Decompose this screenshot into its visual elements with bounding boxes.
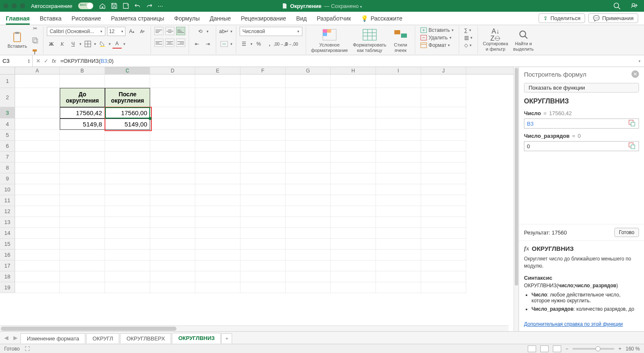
page-layout-view-icon[interactable]: [540, 345, 549, 352]
show-all-functions-button[interactable]: Показать все функции: [524, 83, 639, 93]
window-controls[interactable]: [3, 3, 25, 8]
row-header-4[interactable]: 4: [0, 119, 15, 130]
comments-button[interactable]: 💬Примечания: [588, 13, 638, 23]
more-help-link[interactable]: Дополнительная справка по этой функции: [519, 319, 644, 331]
align-bottom-icon[interactable]: [176, 27, 185, 35]
normal-view-icon[interactable]: [528, 345, 536, 352]
conditional-formatting-button[interactable]: Условноеформатирование: [309, 27, 350, 52]
name-box[interactable]: C3▴▾: [0, 55, 33, 67]
find-select-button[interactable]: Найти ивыделить: [511, 28, 535, 51]
indent-increase-icon[interactable]: ⇥: [203, 39, 212, 49]
row-header-19[interactable]: 19: [0, 282, 15, 293]
cell-B3[interactable]: 17560,42: [60, 107, 105, 119]
merge-icon[interactable]: [220, 39, 229, 49]
save-as-icon[interactable]: [123, 3, 129, 9]
accessibility-icon[interactable]: ⛶: [25, 346, 30, 352]
tab-formulas[interactable]: Формулы: [174, 13, 200, 24]
row-header-13[interactable]: 13: [0, 217, 15, 228]
col-header-A[interactable]: A: [15, 67, 60, 74]
add-sheet-button[interactable]: +: [221, 333, 232, 343]
fx-icon[interactable]: fx: [52, 58, 56, 64]
row-header-16[interactable]: 16: [0, 250, 15, 260]
align-center-icon[interactable]: [165, 39, 174, 47]
home-icon[interactable]: [99, 3, 106, 9]
bold-button[interactable]: Ж: [47, 39, 56, 49]
delete-cells-button[interactable]: Удалить ▾: [419, 34, 453, 41]
row-header-15[interactable]: 15: [0, 239, 15, 250]
insert-cells-button[interactable]: Вставить ▾: [419, 27, 455, 33]
zoom-slider[interactable]: [572, 348, 614, 350]
cell-B2[interactable]: Доокругления: [60, 88, 105, 107]
format-cells-button[interactable]: Формат ▾: [419, 42, 452, 49]
percent-icon[interactable]: %: [254, 39, 263, 49]
cell-B4[interactable]: 5149,8: [60, 119, 105, 130]
cancel-formula-icon[interactable]: ✕: [36, 58, 41, 64]
paste-button[interactable]: Вставить: [6, 31, 29, 49]
cell-C2[interactable]: Послеокругления: [105, 88, 150, 107]
share-button[interactable]: ⇪Поделиться: [539, 13, 585, 23]
tab-layout[interactable]: Разметка страницы: [111, 13, 164, 24]
row-header-3[interactable]: 3: [0, 107, 15, 119]
increase-font-icon[interactable]: A▴: [127, 27, 136, 36]
align-left-icon[interactable]: [154, 39, 164, 47]
font-select[interactable]: Calibri (Основной...▾: [47, 27, 105, 36]
row-header-5[interactable]: 5: [0, 130, 15, 141]
col-header-C[interactable]: C: [105, 67, 150, 74]
col-header-G[interactable]: G: [286, 67, 331, 74]
col-header-E[interactable]: E: [195, 67, 240, 74]
currency-icon[interactable]: ☰: [240, 39, 249, 49]
font-size-select[interactable]: 12▾: [107, 27, 125, 36]
tab-review[interactable]: Рецензирование: [241, 13, 286, 24]
tab-developer[interactable]: Разработчик: [317, 13, 351, 24]
fill-icon[interactable]: ▥ ▾: [463, 34, 474, 41]
tab-insert[interactable]: Вставка: [40, 13, 61, 24]
cell-C4[interactable]: 5149,00: [105, 119, 150, 130]
align-right-icon[interactable]: [176, 39, 185, 47]
tab-home[interactable]: Главная: [6, 13, 30, 24]
row-header-18[interactable]: 18: [0, 271, 15, 282]
col-header-I[interactable]: I: [376, 67, 421, 74]
arg2-input[interactable]: 0: [524, 141, 639, 151]
format-as-table-button[interactable]: Форматироватькак таблицу: [351, 27, 388, 52]
increase-decimal-icon[interactable]: ,00→,0: [276, 39, 285, 49]
horizontal-scrollbar[interactable]: [0, 325, 509, 331]
tab-data[interactable]: Данные: [210, 13, 231, 24]
formula-input[interactable]: =ОКРУГЛВНИЗ(B3;0): [59, 58, 635, 64]
tab-view[interactable]: Вид: [296, 13, 307, 24]
row-header-12[interactable]: 12: [0, 206, 15, 217]
sheet-tab-3[interactable]: ОКРУГЛВВЕРХ: [120, 333, 171, 343]
row-header-9[interactable]: 9: [0, 173, 15, 184]
row-header-14[interactable]: 14: [0, 228, 15, 239]
tab-draw[interactable]: Рисование: [72, 13, 101, 24]
row-header-11[interactable]: 11: [0, 195, 15, 206]
sheet-tab-1[interactable]: Изменение формата: [20, 333, 85, 343]
cell-styles-button[interactable]: Стилиячеек: [390, 27, 411, 52]
sort-filter-button[interactable]: A↓Z⦵ Сортировкаи фильтр: [481, 28, 510, 51]
borders-icon[interactable]: [83, 39, 92, 49]
col-header-B[interactable]: B: [60, 67, 105, 74]
fill-handle[interactable]: [149, 117, 151, 120]
sheet-tab-4[interactable]: ОКРУГЛВНИЗ: [172, 333, 221, 344]
underline-button[interactable]: Ч: [69, 39, 78, 49]
italic-button[interactable]: К: [58, 39, 67, 49]
decrease-decimal-icon[interactable]: ,0→,00: [287, 39, 296, 49]
row-header-8[interactable]: 8: [0, 162, 15, 173]
select-all-corner[interactable]: [0, 67, 15, 74]
close-panel-icon[interactable]: ✕: [631, 70, 639, 78]
col-header-D[interactable]: D: [150, 67, 195, 74]
orientation-icon[interactable]: ⟲: [196, 27, 205, 36]
col-header-J[interactable]: J: [421, 67, 466, 74]
wrap-text-icon[interactable]: ab↵: [220, 27, 229, 36]
decrease-font-icon[interactable]: A▾: [138, 27, 147, 36]
more-icon[interactable]: ⋯: [158, 3, 163, 9]
clear-icon[interactable]: ◇ ▾: [463, 42, 473, 49]
share-icon[interactable]: [631, 2, 638, 10]
font-color-icon[interactable]: A: [112, 39, 122, 49]
zoom-out-icon[interactable]: −: [565, 346, 568, 352]
indent-decrease-icon[interactable]: ⇤: [192, 39, 202, 49]
arg1-input[interactable]: B3: [524, 119, 639, 129]
save-icon[interactable]: [111, 3, 118, 9]
worksheet[interactable]: A B C D E F G H I J 1 2 Доокругления Пос…: [0, 67, 514, 331]
undo-icon[interactable]: [134, 3, 141, 9]
comma-icon[interactable]: ,: [265, 39, 274, 49]
